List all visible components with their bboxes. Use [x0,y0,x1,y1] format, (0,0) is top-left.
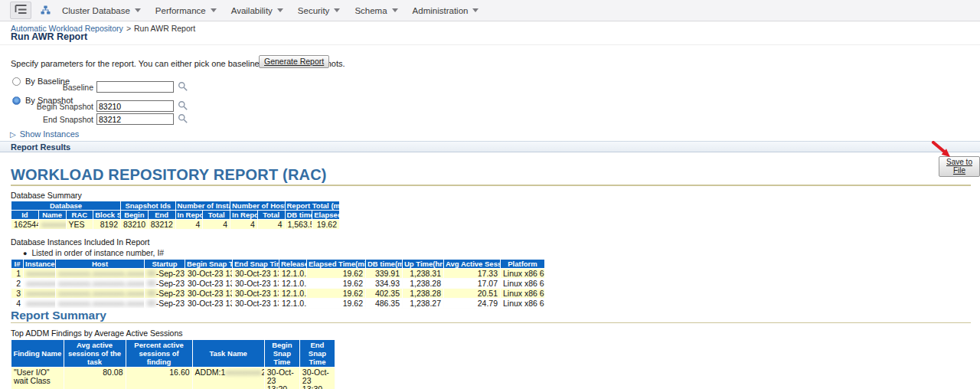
cluster-database-icon [41,5,51,15]
inst-release: 12.1.0.2.0 [279,289,307,299]
inst-begin-snap: 30-Oct-23 13:20 [185,269,233,279]
menu-performance[interactable]: Performance [149,3,224,18]
instances-bullet: ●Listed in order of instance number, I# [23,248,164,257]
main-menu: Cluster Database Performance Availabilit… [55,3,486,18]
inst-host-masked: xxxxxxxx.xxxxxxxx.xxxxxxxx.xxx [58,299,145,308]
end-snapshot-search-icon[interactable] [178,113,188,127]
inst-name-masked: xxxxxxxxx [26,279,56,288]
col-header: In Report [230,211,258,220]
col-header: Elapsed Time(min) [307,260,366,269]
target-navigation-button[interactable] [10,2,31,19]
col-header: End Snap Time [233,260,279,269]
col-header: Up Time(hrs) [403,260,444,269]
inst-name: xxxxxxxxx [24,269,56,279]
inst-startup: 00-Sep-23 23:21 [145,269,185,279]
table-row: 162544xxxxxxx xxxxxxxx YES 8192 83210 83… [11,220,340,230]
chevron-down-icon [277,8,283,12]
table-row: 4 xxxxxxxxx xxxxxxxx.xxxxxxxx.xxxxxxxx.x… [11,299,545,309]
startup-day-masked: 00 [147,279,156,288]
report-summary-underline [11,322,971,323]
avg-active-sessions: 80.08 [64,368,126,389]
inst-elapsed: 19.62 [307,279,366,289]
inst-name: xxxxxxxxx [24,289,56,299]
show-instances-label: Show Instances [20,129,80,139]
col-header: Total [257,211,285,220]
breadcrumb-separator: > [126,24,131,33]
inst-startup: 00-Sep-23 23:23 [145,299,185,309]
col-header: Task Name [192,340,264,368]
menu-schema[interactable]: Schema [348,3,405,18]
col-header: Begin Snap Time [264,340,299,368]
col-header: I# [11,260,24,269]
menu-label: Administration [413,6,469,15]
inst-begin-snap: 30-Oct-23 13:20 [185,279,233,289]
inst-host: xxxxxxxx.xxxxxxxx.xxxxxxxx.xxx [56,269,145,279]
col-header: Number of Hosts [230,201,286,211]
col-header: Snapshot Ids [121,201,176,211]
finding-begin-snap: 30-Oct-23 13:20 [264,368,299,389]
inst-num: 1 [11,269,24,279]
addm-findings-table: Finding Name Avg active sessions of the … [11,339,335,389]
generate-report-button[interactable]: Generate Report [259,55,329,68]
show-instances-toggle[interactable]: ▷Show Instances [10,129,79,139]
inst-elapsed: 19.62 [307,289,366,299]
startup-text: -Sep-23 23:21 [156,269,185,278]
col-header: Avg active sessions of the task [64,340,126,368]
db-name-cell: xxxxxxxx [38,220,66,230]
inst-end-snap: 30-Oct-23 13:40 [233,299,279,309]
menu-availability[interactable]: Availability [224,3,291,18]
task-suffix: 211 [262,368,265,377]
begin-snapshot-field-label: Begin Snapshot [11,102,93,111]
menu-label: Availability [231,6,273,15]
header-row: I# Instance Host Startup Begin Snap Time… [11,260,545,269]
inst-num: 2 [11,279,24,289]
baseline-search-icon[interactable] [178,81,188,95]
inst-uptime: 1,238.28 [403,279,444,289]
inst-host: xxxxxxxx.xxxxxxxx.xxxxxxxx.xxx [56,299,145,309]
menu-security[interactable]: Security [291,3,348,18]
db-id-visible: 162544 [14,220,38,229]
menu-administration[interactable]: Administration [406,3,487,18]
task-masked: xxxxxxxxx [225,368,261,377]
end-snapshot-field-label: End Snapshot [11,115,93,124]
awr-report-page: Cluster Database Performance Availabilit… [0,0,980,389]
menu-cluster-database[interactable]: Cluster Database [55,3,149,18]
db-name-masked: xxxxxxxx [41,220,66,229]
col-header: Id [11,211,39,220]
inst-dbtime: 402.35 [366,289,403,299]
col-header: Begin Snap Time [185,260,233,269]
col-header: Name [38,211,66,220]
end-snapshot-input[interactable] [96,113,174,125]
breadcrumb-current: Run AWR Report [134,24,195,33]
chevron-down-icon [135,8,141,12]
chevron-down-icon [211,8,217,12]
col-header: Platform [501,260,545,269]
inst-end-snap: 30-Oct-23 13:40 [233,279,279,289]
inst-name: xxxxxxxxx [24,299,56,309]
inst-host-masked: xxxxxxxx.xxxxxxxx.xxxxxxxx.xxx [58,289,145,298]
report-summary-title: Report Summary [11,309,106,322]
chevron-down-icon [392,8,398,12]
col-header: End Snap Time [299,340,335,368]
begin-snapshot-input[interactable] [96,100,174,112]
begin-snapshot-search-icon[interactable] [178,100,188,114]
baseline-input[interactable] [96,81,174,93]
col-header: Release [279,260,307,269]
snap-end-cell: 83212 [148,220,175,230]
inst-uptime: 1,238.28 [403,289,444,299]
instances-section-label: Database Instances Included In Report [11,237,150,247]
inst-host-masked: xxxxxxxx.xxxxxxxx.xxxxxxxx.xxx [58,269,145,278]
db-blocksize-cell: 8192 [93,220,121,230]
col-header: Avg Active Sessions [444,260,501,269]
inst-host: xxxxxxxx.xxxxxxxx.xxxxxxxx.xxx [56,289,145,299]
baseline-field-label: Baseline [11,83,93,92]
expand-triangle-icon: ▷ [10,130,16,139]
menu-label: Cluster Database [62,6,130,15]
database-summary-label: Database Summary [11,191,82,200]
db-rac-cell: YES [66,220,93,230]
col-header: Instance [24,260,56,269]
startup-text: -Sep-23 23:23 [156,299,185,308]
startup-text: -Sep-23 23:23 [156,289,185,298]
inst-release: 12.1.0.2.0 [279,299,307,309]
col-header: Database [11,201,121,211]
